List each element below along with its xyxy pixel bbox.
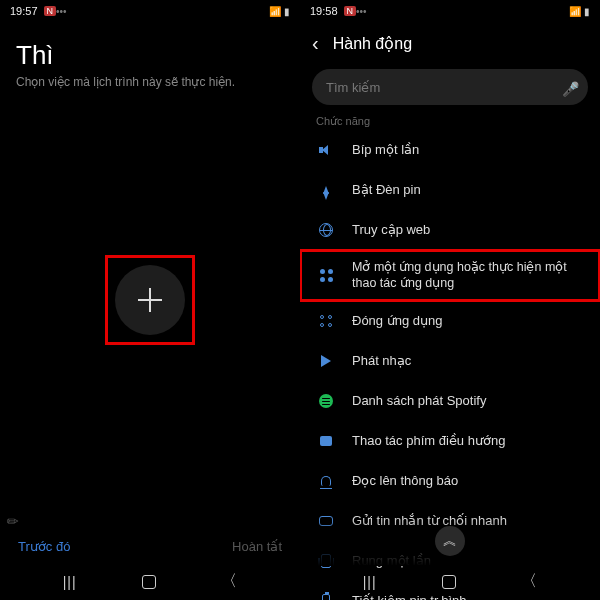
action-item[interactable]: Truy cập web — [300, 210, 600, 250]
nav-back[interactable]: 〈 — [521, 571, 537, 592]
speaker-icon — [316, 145, 336, 155]
back-button[interactable]: Trước đó — [18, 539, 70, 554]
scroll-to-top-button[interactable]: ︽ — [435, 526, 465, 556]
header-title: Hành động — [333, 34, 412, 53]
action-item[interactable]: Đóng ứng dụng — [300, 301, 600, 341]
screen-actions: 19:58 N ••• 📶▮ ‹ Hành động Tìm kiếm 🎤 Ch… — [300, 0, 600, 600]
add-action-button[interactable] — [115, 265, 185, 335]
screen-then: 19:57 N ••• 📶▮ Thì Chọn việc mà lịch trì… — [0, 0, 300, 600]
globe-icon — [316, 223, 336, 237]
action-label: Đóng ứng dụng — [352, 313, 584, 329]
nav-recents[interactable]: ||| — [363, 574, 377, 590]
nav-recents[interactable]: ||| — [63, 574, 77, 590]
notification-icon — [316, 476, 336, 486]
nav-back[interactable]: 〈 — [221, 571, 237, 592]
action-label: Mở một ứng dụng hoặc thực hiện một thao … — [352, 260, 584, 291]
plus-icon — [138, 288, 162, 312]
action-item[interactable]: Danh sách phát Spotify — [300, 381, 600, 421]
message-icon — [316, 516, 336, 526]
search-placeholder: Tìm kiếm — [326, 80, 380, 95]
empty-state — [0, 0, 300, 600]
back-icon[interactable]: ‹ — [308, 28, 323, 59]
battery-icon — [316, 594, 336, 600]
section-header: Chức năng — [300, 109, 600, 130]
search-input[interactable]: Tìm kiếm 🎤 — [312, 69, 588, 105]
play-icon — [316, 355, 336, 367]
header: ‹ Hành động — [300, 22, 600, 63]
navkey-icon — [316, 436, 336, 446]
android-nav-bar: ||| 〈 — [0, 571, 300, 592]
android-nav-bar: ||| 〈 — [300, 571, 600, 592]
action-label: Bíp một lần — [352, 142, 584, 158]
apps-outline-icon — [316, 315, 336, 328]
status-system-icons: 📶▮ — [569, 6, 590, 17]
action-label: Rung một lần — [352, 553, 584, 569]
vibrate-icon — [316, 554, 336, 568]
action-item[interactable]: Bật Đèn pin — [300, 170, 600, 210]
footer-actions: Trước đó Hoàn tất — [0, 539, 300, 554]
action-item[interactable]: Bíp một lần — [300, 130, 600, 170]
nav-home[interactable] — [142, 575, 156, 589]
action-label: Phát nhạc — [352, 353, 584, 369]
flashlight-icon — [316, 186, 336, 194]
action-label: Đọc lên thông báo — [352, 473, 584, 489]
mic-icon[interactable]: 🎤 — [562, 81, 574, 93]
status-app-badge: N — [344, 6, 357, 16]
status-bar: 19:58 N ••• 📶▮ — [300, 0, 600, 22]
action-label: Tiết kiệm pin tr.bình — [352, 593, 584, 600]
action-label: Thao tác phím điều hướng — [352, 433, 584, 449]
spotify-icon — [316, 394, 336, 408]
action-label: Truy cập web — [352, 222, 584, 238]
action-label: Gửi tin nhắn từ chối nhanh — [352, 513, 584, 529]
done-button[interactable]: Hoàn tất — [232, 539, 282, 554]
nav-home[interactable] — [442, 575, 456, 589]
status-time: 19:58 — [310, 5, 338, 17]
action-item[interactable]: Mở một ứng dụng hoặc thực hiện một thao … — [300, 250, 600, 301]
action-item[interactable]: Thao tác phím điều hướng — [300, 421, 600, 461]
action-item[interactable]: Phát nhạc — [300, 341, 600, 381]
status-overflow: ••• — [356, 6, 367, 17]
apps-icon — [316, 269, 336, 282]
action-label: Bật Đèn pin — [352, 182, 584, 198]
action-item[interactable]: Đọc lên thông báo — [300, 461, 600, 501]
action-label: Danh sách phát Spotify — [352, 393, 584, 409]
